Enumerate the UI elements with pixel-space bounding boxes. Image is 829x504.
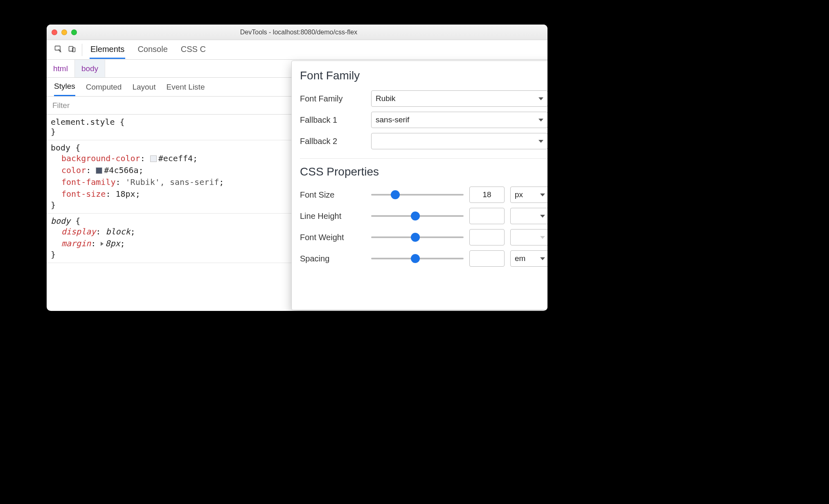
font-editor-popover: Font Family Font Family Rubik Fallback 1… [291, 61, 547, 310]
section-title-css-properties: CSS Properties [300, 165, 547, 178]
inspect-icon[interactable] [54, 45, 62, 55]
property-value: #4c566a [104, 165, 138, 175]
row-label: Fallback 1 [300, 115, 365, 125]
select-value: sans-serif [376, 115, 409, 124]
subtab-computed[interactable]: Computed [86, 79, 122, 96]
minimize-icon[interactable] [61, 29, 67, 35]
font-size-unit-select[interactable]: px [510, 187, 547, 203]
property-value: 'Rubik', sans-serif [126, 177, 219, 187]
svg-rect-0 [55, 46, 61, 50]
selector-label: body [51, 143, 70, 153]
font-size-slider[interactable] [371, 190, 464, 200]
property-name: font-size [61, 189, 106, 199]
row-label: Font Size [300, 190, 365, 200]
tab-css[interactable]: CSS C [180, 40, 207, 59]
line-height-input[interactable] [469, 208, 505, 224]
select-value: Rubik [376, 94, 396, 103]
chevron-down-icon [538, 140, 543, 143]
select-value: em [515, 254, 525, 263]
property-value: block [106, 227, 130, 236]
property-value: #eceff4 [158, 153, 193, 163]
subtab-layout[interactable]: Layout [132, 79, 155, 96]
spacing-slider[interactable] [371, 254, 464, 263]
font-family-row: Font Family Rubik [300, 88, 547, 109]
font-weight-unit-select[interactable] [510, 229, 547, 245]
subtab-styles[interactable]: Styles [54, 78, 75, 96]
selector-label: element.style [51, 117, 115, 127]
zoom-icon[interactable] [71, 29, 77, 35]
fallback-2-row: Fallback 2 [300, 130, 547, 152]
breadcrumb-item-html[interactable]: html [47, 60, 75, 77]
close-icon[interactable] [52, 29, 57, 35]
row-label: Fallback 2 [300, 137, 365, 146]
devtools-window: DevTools - localhost:8080/demo/css-flex … [47, 25, 547, 311]
line-height-unit-select[interactable] [510, 208, 547, 224]
device-toggle-icon[interactable] [68, 45, 76, 55]
chevron-down-icon [538, 119, 543, 122]
spacing-input[interactable] [469, 250, 505, 267]
font-weight-row: Font Weight [300, 227, 547, 248]
font-size-row: Font Size 18 px [300, 184, 547, 205]
spacing-unit-select[interactable]: em [510, 250, 547, 267]
section-title-font-family: Font Family [300, 69, 547, 82]
breadcrumb-item-body[interactable]: body [75, 60, 105, 77]
font-family-select[interactable]: Rubik [371, 90, 547, 107]
chevron-down-icon [540, 236, 545, 239]
color-swatch-icon[interactable] [96, 167, 102, 174]
property-name: background-color [61, 153, 140, 163]
window-title: DevTools - localhost:8080/demo/css-flex [77, 29, 520, 36]
fallback-1-select[interactable]: sans-serif [371, 112, 547, 128]
line-height-slider[interactable] [371, 211, 464, 221]
property-value: 8px [105, 239, 120, 248]
property-name: color [61, 165, 86, 175]
select-value: px [515, 190, 523, 199]
toolbar: Elements Console CSS C [47, 40, 547, 60]
font-weight-slider[interactable] [371, 232, 464, 242]
row-label: Font Family [300, 94, 365, 104]
font-weight-input[interactable] [469, 229, 505, 245]
fallback-1-row: Fallback 1 sans-serif [300, 109, 547, 130]
row-label: Line Height [300, 212, 365, 221]
tab-console[interactable]: Console [137, 40, 168, 59]
line-height-row: Line Height [300, 205, 547, 227]
chevron-down-icon [540, 257, 545, 260]
property-value: 18px [115, 189, 135, 199]
tab-elements[interactable]: Elements [90, 40, 125, 59]
color-swatch-icon[interactable] [150, 155, 157, 162]
chevron-down-icon [538, 97, 543, 100]
property-name: display [61, 227, 96, 236]
selector-label: body [51, 216, 70, 226]
font-size-input[interactable]: 18 [469, 187, 505, 203]
titlebar: DevTools - localhost:8080/demo/css-flex [47, 25, 547, 40]
chevron-down-icon [540, 194, 545, 196]
chevron-down-icon [540, 215, 545, 218]
expand-icon[interactable] [101, 242, 104, 246]
row-label: Font Weight [300, 233, 365, 242]
spacing-row: Spacing em [300, 248, 547, 269]
fallback-2-select[interactable] [371, 133, 547, 149]
property-name: margin [61, 239, 91, 248]
subtab-event-listeners[interactable]: Event Liste [166, 79, 205, 96]
row-label: Spacing [300, 254, 365, 263]
property-name: font-family [61, 177, 115, 187]
